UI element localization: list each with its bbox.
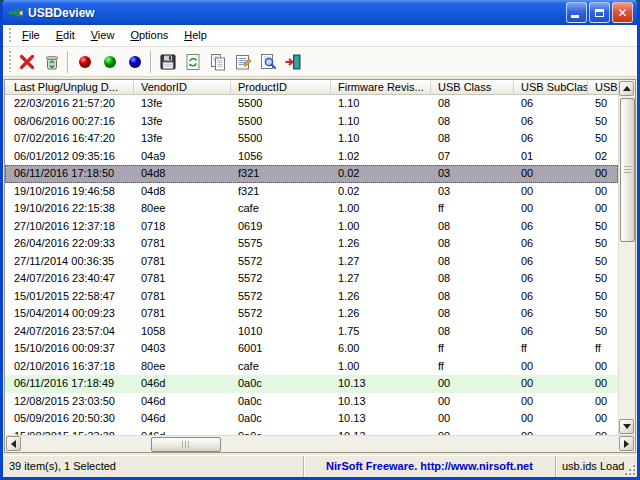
table-row[interactable]: 02/10/2016 16:37:1880eecafe1.00ff0000 bbox=[5, 358, 618, 376]
horizontal-scrollbar[interactable] bbox=[5, 435, 635, 452]
find-button[interactable] bbox=[255, 49, 280, 75]
cell: 01 bbox=[514, 148, 588, 166]
uninstall-button[interactable] bbox=[39, 49, 64, 75]
table-row[interactable]: 15/08/2015 15:33:38046d0a0c10.13000000 bbox=[5, 428, 618, 436]
red-ball-icon bbox=[75, 52, 95, 72]
table-row[interactable]: 27/11/2014 00:36:35078155721.27080650 bbox=[5, 253, 618, 271]
vertical-scroll-thumb[interactable] bbox=[620, 98, 635, 242]
nirsoft-link[interactable]: NirSoft Freeware. http://www.nirsoft.net bbox=[303, 456, 555, 477]
exit-button[interactable] bbox=[280, 49, 305, 75]
title-bar[interactable]: USBDeview ✕ bbox=[3, 0, 637, 25]
cell: 50 bbox=[588, 235, 618, 253]
table-row[interactable]: 15/01/2015 22:58:47078155721.26080650 bbox=[5, 288, 618, 306]
cell: 15/01/2015 22:58:47 bbox=[5, 288, 134, 306]
table-row[interactable]: 24/07/2016 23:57:04105810101.75080650 bbox=[5, 323, 618, 341]
table-row[interactable]: 15/04/2014 00:09:23078155721.26080650 bbox=[5, 305, 618, 323]
cell: 06 bbox=[514, 95, 588, 113]
cell: 0a0c bbox=[231, 375, 331, 393]
cell: ff bbox=[431, 358, 514, 376]
cell: f321 bbox=[231, 183, 331, 201]
green-ball-button[interactable] bbox=[97, 49, 122, 75]
column-header[interactable]: ProductID bbox=[231, 80, 331, 95]
cell: 0781 bbox=[134, 270, 231, 288]
horizontal-scroll-thumb[interactable] bbox=[151, 437, 221, 452]
vertical-scrollbar[interactable] bbox=[618, 80, 635, 435]
exit-icon bbox=[283, 52, 303, 72]
properties-icon bbox=[233, 52, 253, 72]
cell: 0781 bbox=[134, 288, 231, 306]
table-row[interactable]: 19/10/2016 22:15:3880eecafe1.00ff0000 bbox=[5, 200, 618, 218]
close-button[interactable]: ✕ bbox=[612, 2, 633, 23]
cell: 04d8 bbox=[134, 183, 231, 201]
column-header[interactable]: USB SubClass bbox=[514, 80, 588, 95]
scroll-down-button[interactable] bbox=[619, 419, 634, 434]
copy-button[interactable] bbox=[205, 49, 230, 75]
arrow-down-icon bbox=[623, 424, 631, 429]
column-header[interactable]: VendorID bbox=[134, 80, 231, 95]
red-ball-button[interactable] bbox=[72, 49, 97, 75]
cell: 26/04/2016 22:09:33 bbox=[5, 235, 134, 253]
scroll-up-button[interactable] bbox=[619, 81, 634, 96]
cell: 04a9 bbox=[134, 148, 231, 166]
column-header[interactable]: USB Class bbox=[431, 80, 514, 95]
cell: 1.26 bbox=[331, 288, 431, 306]
table-row[interactable]: 22/03/2016 21:57:2013fe55001.10080650 bbox=[5, 95, 618, 113]
column-header[interactable]: Firmware Revis... bbox=[331, 80, 431, 95]
cell: 0.02 bbox=[331, 165, 431, 183]
cell: 0781 bbox=[134, 305, 231, 323]
scroll-right-button[interactable] bbox=[619, 436, 634, 451]
table-row[interactable]: 07/02/2016 16:47:2013fe55001.10080650 bbox=[5, 130, 618, 148]
maximize-button[interactable] bbox=[589, 2, 610, 23]
menu-options[interactable]: Options bbox=[122, 27, 176, 44]
menu-file[interactable]: File bbox=[14, 27, 48, 44]
copy-icon bbox=[208, 52, 228, 72]
cell: 00 bbox=[588, 200, 618, 218]
minimize-button[interactable] bbox=[566, 2, 587, 23]
blue-ball-icon bbox=[125, 52, 145, 72]
table-row[interactable]: 06/11/2016 17:18:49046d0a0c10.13000000 bbox=[5, 375, 618, 393]
toolbar-gripper[interactable] bbox=[8, 51, 11, 71]
cell: 08 bbox=[431, 235, 514, 253]
cell: 80ee bbox=[134, 358, 231, 376]
save-button[interactable] bbox=[155, 49, 180, 75]
cell: 00 bbox=[588, 358, 618, 376]
properties-button[interactable] bbox=[230, 49, 255, 75]
table-row[interactable]: 05/09/2016 20:50:30046d0a0c10.13000000 bbox=[5, 410, 618, 428]
blue-ball-button[interactable] bbox=[122, 49, 147, 75]
cell: 07 bbox=[431, 148, 514, 166]
cell: 24/07/2016 23:57:04 bbox=[5, 323, 134, 341]
menubar-gripper[interactable] bbox=[8, 28, 11, 43]
menu-view[interactable]: View bbox=[83, 27, 123, 44]
table-row[interactable]: 27/10/2016 12:37:18071806191.00080650 bbox=[5, 218, 618, 236]
cell: 1.10 bbox=[331, 113, 431, 131]
cell: 06 bbox=[514, 235, 588, 253]
cell: 5572 bbox=[231, 288, 331, 306]
cell: 1.02 bbox=[331, 148, 431, 166]
table-row[interactable]: 24/07/2016 23:40:47078155721.27080650 bbox=[5, 270, 618, 288]
cell: 80ee bbox=[134, 200, 231, 218]
table-row[interactable]: 12/08/2015 23:03:50046d0a0c10.13000000 bbox=[5, 393, 618, 411]
menu-edit[interactable]: Edit bbox=[48, 27, 83, 44]
column-header[interactable]: USB bbox=[588, 80, 618, 95]
cell: 1.26 bbox=[331, 235, 431, 253]
refresh-button[interactable] bbox=[180, 49, 205, 75]
cell: 00 bbox=[514, 375, 588, 393]
cell: 08 bbox=[431, 113, 514, 131]
cell: 50 bbox=[588, 288, 618, 306]
table-row[interactable]: 15/10/2016 00:09:37040360016.00ffffff bbox=[5, 340, 618, 358]
delete-button[interactable] bbox=[14, 49, 39, 75]
table-row[interactable]: 06/11/2016 17:18:5004d8f3210.02030000 bbox=[5, 165, 618, 183]
column-header[interactable]: Last Plug/Unplug D... bbox=[5, 80, 134, 95]
usbdeview-window: USBDeview ✕ File Edit View Options Help bbox=[0, 0, 640, 480]
table-row[interactable]: 08/06/2016 00:27:1613fe55001.10080650 bbox=[5, 113, 618, 131]
scroll-left-button[interactable] bbox=[6, 436, 21, 451]
cell: 50 bbox=[588, 270, 618, 288]
table-row[interactable]: 19/10/2016 19:46:5804d8f3210.02030000 bbox=[5, 183, 618, 201]
cell: 06 bbox=[514, 288, 588, 306]
table-row[interactable]: 06/01/2012 09:35:1604a910561.02070102 bbox=[5, 148, 618, 166]
cell: 00 bbox=[514, 183, 588, 201]
cell: 06 bbox=[514, 130, 588, 148]
table-row[interactable]: 26/04/2016 22:09:33078155751.26080650 bbox=[5, 235, 618, 253]
menu-help[interactable]: Help bbox=[176, 27, 215, 44]
resize-grip[interactable] bbox=[623, 463, 636, 476]
